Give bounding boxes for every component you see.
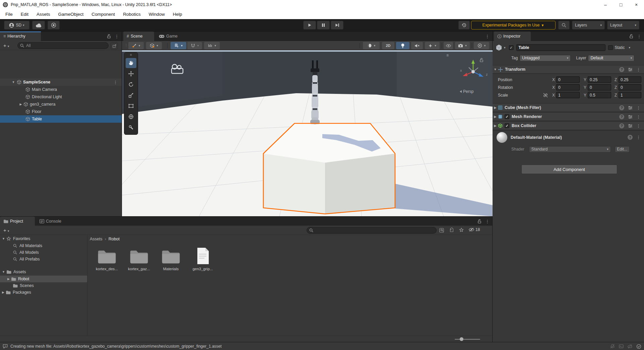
layout-dropdown[interactable]: Layout ▾ (607, 21, 639, 30)
presets-icon[interactable] (628, 124, 633, 128)
presets-icon[interactable] (628, 67, 633, 72)
mesh-filter-header[interactable]: ▶ Cube (Mesh Filter) ? ⋮ (493, 103, 644, 112)
foldout-closed-icon[interactable]: ▶ (493, 106, 498, 109)
rotation-x-field[interactable]: 0 (556, 84, 580, 91)
transform-tool-button[interactable] (126, 112, 136, 122)
menu-edit[interactable]: Edit (17, 9, 33, 19)
favorites-all-models[interactable]: All Models (0, 249, 39, 256)
foldout-open-icon[interactable]: ▼ (2, 237, 5, 240)
overlay-drag-handle[interactable]: ≡ (124, 53, 138, 57)
project-split-divider[interactable] (87, 235, 87, 336)
scene-viewport[interactable]: x z Persp ≡ ≡ (122, 50, 493, 216)
help-icon[interactable]: ? (619, 114, 624, 119)
box-collider-header[interactable]: ▶ ✓ Box Collider ? ⋮ (493, 121, 644, 130)
menu-robotics[interactable]: Robotics (119, 9, 145, 19)
help-icon[interactable]: ? (619, 105, 624, 110)
foldout-closed-icon[interactable]: ▶ (493, 115, 498, 118)
snap-increment-dropdown[interactable]: ▾ (204, 42, 220, 49)
tab-project[interactable]: Project (0, 217, 35, 226)
active-checkbox[interactable]: ✓ (509, 45, 514, 50)
component-enabled-checkbox[interactable]: ✓ (505, 123, 509, 128)
kebab-menu-icon[interactable]: ⋮ (115, 34, 119, 39)
hierarchy-row-scene[interactable]: ▼ SampleScene ⋮ (0, 78, 122, 86)
layer-dropdown[interactable]: Default ▾ (588, 55, 634, 61)
scene-effects-dropdown[interactable]: ▾ (425, 42, 440, 49)
rotation-z-field[interactable]: 0 (619, 84, 641, 91)
menu-component[interactable]: Component (87, 9, 119, 19)
kebab-menu-icon[interactable]: ⋮ (636, 114, 641, 119)
assets-root[interactable]: ▼ Assets (0, 269, 26, 275)
help-icon[interactable]: ? (619, 67, 624, 72)
scene-lighting-toggle[interactable] (396, 42, 409, 49)
activity-refresh-icon[interactable] (636, 344, 641, 349)
console-log-icon[interactable] (619, 344, 624, 349)
slider-knob[interactable] (460, 337, 463, 341)
cloud-button[interactable] (32, 21, 45, 30)
lock-icon[interactable] (107, 34, 111, 39)
experimental-packages-button[interactable]: Experimental Packages In Use ▼ (471, 21, 556, 30)
rotate-tool-button[interactable] (126, 79, 136, 90)
hierarchy-row-directional-light[interactable]: Directional Light (0, 93, 122, 101)
custom-tool-button[interactable] (126, 122, 136, 132)
perspective-toggle[interactable]: Persp (460, 89, 473, 94)
kebab-menu-icon[interactable]: ⋮ (637, 34, 641, 39)
hierarchy-row-gen3-camera[interactable]: ▶ gen3_camera (0, 101, 122, 108)
account-button[interactable]: SD ▾ (4, 21, 29, 30)
foldout-closed-icon[interactable]: ▶ (493, 124, 498, 127)
menu-window[interactable]: Window (145, 9, 169, 19)
material-edit-button[interactable]: Edit... (615, 146, 630, 153)
close-icon[interactable]: × (629, 0, 644, 9)
material-preview-sphere[interactable] (497, 132, 507, 143)
grid-visibility-dropdown[interactable]: Y ▾ (171, 42, 186, 49)
undo-history-button[interactable] (458, 21, 470, 30)
asset-tile-kortex-gaz[interactable]: kortex_gaz... (124, 249, 154, 271)
gizmos-dropdown[interactable]: ▾ (474, 42, 489, 49)
tab-scene[interactable]: # Scene (123, 32, 154, 41)
help-icon[interactable]: ? (628, 135, 633, 140)
material-header[interactable]: Default-Material (Material) ? ⋮ (493, 130, 644, 144)
maximize-icon[interactable]: □ (613, 0, 629, 9)
step-button[interactable] (331, 21, 343, 30)
search-picker-button[interactable] (111, 43, 118, 49)
breadcrumb-current[interactable]: Robot (109, 237, 120, 241)
menu-gameobject[interactable]: GameObject (54, 9, 88, 19)
tab-console[interactable]: Console (36, 217, 71, 226)
help-icon[interactable]: ? (619, 123, 624, 128)
position-y-field[interactable]: 0.25 (588, 76, 611, 83)
kebab-menu-icon[interactable]: ⋮ (636, 67, 641, 72)
tab-game[interactable]: Game (155, 32, 184, 41)
saved-search-star-button[interactable] (459, 228, 464, 233)
menu-file[interactable]: File (1, 9, 17, 19)
scene-visibility-toggle[interactable] (444, 42, 453, 49)
thumbnail-zoom-slider[interactable] (455, 339, 480, 340)
shading-mode-dropdown[interactable]: ▾ (363, 42, 380, 49)
kebab-menu-icon[interactable]: ⋮ (636, 135, 641, 140)
kebab-menu-icon[interactable]: ⋮ (485, 34, 490, 39)
status-message[interactable]: Creating new mesh file: Assets\Robot\kor… (10, 344, 221, 349)
foldout-open-icon[interactable]: ▼ (2, 270, 5, 274)
transform-header[interactable]: ▼ Transform ? ⋮ (493, 65, 644, 74)
minimize-icon[interactable]: – (598, 0, 613, 9)
gameobject-name-field[interactable]: Table (516, 44, 605, 51)
create-asset-button[interactable]: +▾ (3, 227, 9, 233)
tab-hierarchy[interactable]: ≡ Hierarchy (0, 32, 41, 41)
plastic-scm-button[interactable] (48, 21, 60, 30)
kebab-menu-icon[interactable]: ⋮ (636, 105, 641, 110)
foldout-closed-icon[interactable]: ▶ (2, 291, 4, 294)
favorites-all-materials[interactable]: All Materials (0, 242, 42, 249)
move-tool-button[interactable] (126, 69, 136, 79)
favorites-root[interactable]: ▼ Favorites (0, 235, 30, 242)
menu-help[interactable]: Help (169, 9, 186, 19)
presets-icon[interactable] (628, 106, 633, 110)
foldout-closed-icon[interactable]: ▶ (19, 103, 23, 106)
breadcrumb-assets[interactable]: Assets (90, 237, 103, 241)
scale-tool-button[interactable] (126, 90, 136, 100)
scene-audio-toggle[interactable] (411, 42, 423, 49)
component-enabled-checkbox[interactable]: ✓ (505, 114, 509, 119)
favorites-all-prefabs[interactable]: All Prefabs (0, 256, 40, 262)
shader-dropdown[interactable]: Standard ▾ (529, 146, 611, 153)
tool-handle-rotation-dropdown[interactable]: ▾ (146, 42, 162, 49)
position-z-field[interactable]: 0.25 (619, 76, 641, 83)
scale-z-field[interactable]: 1 (619, 92, 641, 98)
tag-dropdown[interactable]: Untagged ▾ (520, 55, 571, 61)
